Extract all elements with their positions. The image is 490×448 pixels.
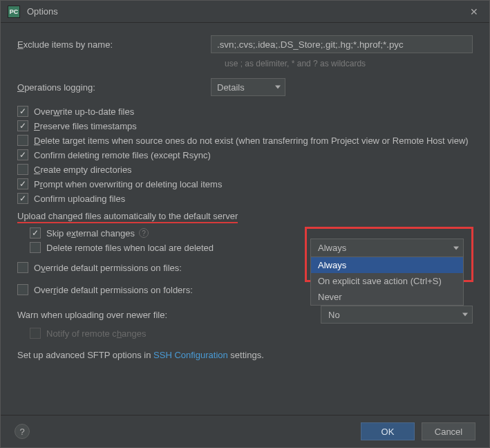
upload-auto-label: Upload changed files automatically to th… [17, 211, 238, 223]
checkbox-icon [17, 193, 28, 204]
overwrite-check[interactable]: Overwrite up-to-date files [17, 106, 473, 117]
checkbox-icon [30, 328, 41, 339]
upload-option-always[interactable]: Always [311, 257, 463, 273]
checkbox-icon [17, 149, 28, 160]
close-icon[interactable]: ✕ [466, 3, 482, 20]
titlebar: PC Options ✕ [1, 1, 489, 23]
exclude-input[interactable] [211, 35, 473, 53]
delete-target-check[interactable]: Delete target items when source ones do … [17, 135, 473, 146]
oplog-select[interactable]: Details [211, 78, 285, 96]
checkbox-icon [17, 262, 28, 273]
help-icon[interactable]: ? [139, 228, 149, 238]
checkbox-icon [17, 284, 28, 295]
checkbox-icon [30, 227, 41, 239]
exclude-label: Exclude items by name: [17, 39, 211, 50]
checkbox-icon [30, 242, 41, 253]
options-dialog: PC Options ✕ Exclude items by name: use … [0, 0, 490, 448]
warn-select[interactable]: No [321, 306, 473, 324]
ok-button[interactable]: OK [361, 422, 415, 440]
skip-external-check[interactable]: Skip external changes ? [30, 227, 473, 239]
sftp-hint: Set up advanced SFTP options in SSH Conf… [17, 350, 473, 360]
override-files-check[interactable]: Override default permissions on files: [17, 262, 182, 273]
create-empty-check[interactable]: Create empty directories [17, 164, 473, 175]
notify-remote-check: Notify of remote changes [30, 328, 473, 339]
app-icon: PC [8, 6, 20, 18]
upload-mode-dropdown[interactable]: Always Always On explicit save action (C… [310, 239, 464, 306]
checkbox-icon [17, 120, 28, 131]
override-folders-check[interactable]: Override default permissions on folders: [17, 284, 193, 295]
help-button[interactable]: ? [15, 424, 30, 439]
content-area: Exclude items by name: use ; as delimite… [1, 23, 489, 415]
oplog-label: Operations logging: [17, 82, 211, 93]
upload-mode-current[interactable]: Always [311, 239, 463, 257]
window-title: Options [27, 6, 466, 17]
checkbox-icon [17, 164, 28, 175]
checkbox-icon [17, 135, 28, 146]
checkbox-icon [17, 178, 28, 189]
confirm-upload-check[interactable]: Confirm uploading files [17, 193, 473, 204]
warn-label: Warn when uploading over newer file: [17, 310, 167, 320]
chevron-down-icon [453, 246, 459, 250]
chevron-down-icon [275, 86, 281, 89]
preserve-check[interactable]: Preserve files timestamps [17, 120, 473, 131]
cancel-button[interactable]: Cancel [422, 422, 475, 440]
upload-option-explicit[interactable]: On explicit save action (Ctrl+S) [311, 273, 463, 289]
prompt-overwrite-check[interactable]: Prompt when overwriting or deleting loca… [17, 178, 473, 189]
ssh-config-link[interactable]: SSH Configuration [153, 350, 228, 360]
chevron-down-icon [462, 313, 468, 317]
upload-option-never[interactable]: Never [311, 289, 463, 305]
checkbox-icon [17, 106, 28, 117]
confirm-delete-check[interactable]: Confirm deleting remote files (except Rs… [17, 149, 473, 160]
exclude-hint: use ; as delimiter, * and ? as wildcards [225, 59, 473, 68]
footer: ? OK Cancel [1, 415, 489, 447]
